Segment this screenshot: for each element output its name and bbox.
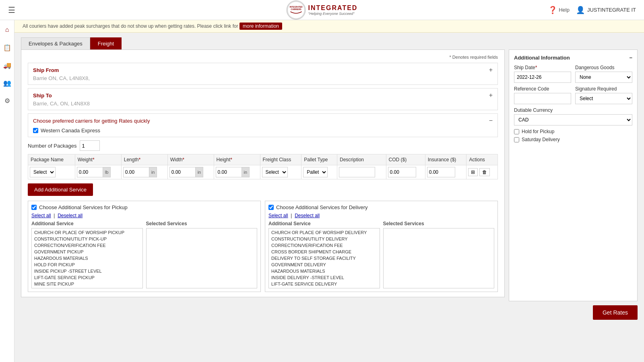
ship-date-input[interactable] [514,72,571,83]
width-input[interactable] [169,167,196,177]
dangerous-goods-group: Dangerous Goods None [575,65,632,83]
copy-row-button[interactable]: ⊞ [468,168,478,176]
pickup-services-title: Choose Additional Services for Pickup [39,204,128,210]
sidebar-truck-icon[interactable]: 🚚 [2,60,13,71]
sidebar-document-icon[interactable]: 📋 [2,42,13,53]
reference-code-input[interactable] [514,93,571,104]
list-item[interactable]: CROSS BORDER SHIPMENT CHARGE [270,249,379,255]
ship-from-expand-icon[interactable]: + [489,66,493,74]
carrier-label-1: Western Canada Express [41,128,100,134]
ship-from-section[interactable]: Ship From + Barrie ON, CA, L4N8X8, [28,63,498,85]
carriers-collapse-icon[interactable]: − [489,117,493,124]
col-actions: Actions [466,154,498,165]
pickup-selected-listbox[interactable] [146,228,258,288]
col-pallet-type: Pallet Type [301,154,337,165]
list-item[interactable]: HOLD FOR PICKUP [33,261,142,268]
cell-freight-class: Select [260,165,301,179]
ship-to-section[interactable]: Ship To + Barrie, CA, ON, L4N8X8 [28,88,498,110]
list-item[interactable]: CORRECTION/VERIFICATION FEE [33,242,142,249]
list-item[interactable]: LIFT-GATE SERVICE DELIVERY [270,281,379,287]
list-item[interactable]: CORRECTION/VERIFICATION FEE [270,242,379,249]
sidebar-contacts-icon[interactable]: 👥 [2,77,13,88]
hold-for-pickup-checkbox[interactable] [514,129,519,134]
list-item[interactable]: CONSTRUCTION/UTILITY PICK-UP [33,236,142,242]
ship-date-group: Ship Date* [514,65,571,83]
list-item[interactable]: HAZARDOUS MATERIALS [270,268,379,274]
delete-row-button[interactable]: 🗑 [479,168,490,176]
weight-input[interactable] [77,167,103,177]
add-additional-service-button[interactable]: Add Additional Service [28,183,93,196]
ship-to-header: Ship To + [33,92,493,99]
delivery-additional-list-container: Additional Service CHURCH OR PLACE OF WO… [268,221,380,288]
dutiable-currency-select[interactable]: CAD [514,114,632,125]
help-button[interactable]: ❓ Help [548,6,570,14]
list-item[interactable]: HAZARDOUS MATERIALS [33,255,142,261]
carriers-label: Choose preferred carriers for getting Ra… [33,118,150,124]
tab-bar: Envelopes & Packages Freight [21,37,638,49]
help-label: Help [559,7,570,13]
delivery-services-checkbox[interactable] [268,205,274,210]
list-item[interactable]: INSIDE DELIVERY -STREET LEVEL [270,274,379,281]
dangerous-goods-select[interactable]: None [575,72,632,83]
reference-code-group: Reference Code [514,86,571,104]
brand-name: INTEGRATED [308,4,358,12]
list-item[interactable]: INSIDE PICKUP -STREET LEVEL [33,268,142,274]
delivery-deselect-all-link[interactable]: Deselect all [295,213,320,218]
additional-info-collapse-icon[interactable]: − [629,55,632,61]
height-input[interactable] [216,167,242,177]
delivery-additional-label: Additional Service [268,221,380,226]
carrier-checkbox-1[interactable] [33,128,38,133]
nav-right: ❓ Help 👤 JUSTINTEGRATE IT [548,6,636,14]
list-item[interactable]: CHURCH OR PLACE OF WORSHIP PICKUP [33,229,142,236]
pickup-services-checkbox[interactable] [31,205,37,210]
pallet-type-select[interactable]: Pallet [303,167,328,177]
saturday-delivery-label: Saturday Delivery [522,137,560,142]
freight-class-select[interactable]: Select [262,167,288,177]
currency-row: Dutiable Currency CAD [514,107,632,125]
signature-required-select[interactable]: Select [575,93,632,104]
list-item[interactable]: CHURCH OR PLACE OF WORSHIP DELIVERY [270,229,379,236]
list-item[interactable]: CONSTRUCTION/UTILITY DELIVERY [270,236,379,242]
tab-freight[interactable]: Freight [90,37,122,49]
user-button[interactable]: 👤 JUSTINTEGRATE IT [576,6,636,14]
length-input[interactable] [123,167,149,177]
list-item[interactable]: MINE SITE DELIVERY [270,287,379,288]
list-item[interactable]: DELIVERY TO SELF STORAGE FACILITY [270,255,379,261]
get-rates-button[interactable]: Get Rates [593,305,638,320]
package-name-select[interactable]: Select [30,167,56,177]
col-insurance: Insurance ($) [425,154,466,165]
delivery-select-all-link[interactable]: Select all [268,213,288,218]
sidebar-home-icon[interactable]: ⌂ [2,24,13,35]
package-count-input[interactable] [80,140,100,151]
col-length: Length* [121,154,167,165]
cell-insurance [425,165,466,179]
list-item[interactable]: MINE SITE PICKUP [33,281,142,287]
pickup-deselect-all-link[interactable]: Deselect all [58,213,83,218]
hamburger-icon[interactable]: ☰ [8,5,15,15]
cell-height: in [214,165,260,179]
description-input[interactable] [339,167,375,177]
list-item[interactable]: NON-COMMERCIAL/ LIMITED ACCESS PICKUP/NO… [33,287,142,288]
list-item[interactable]: GOVERNMENT PICKUP [33,249,142,255]
delivery-services-header: Choose Additional Services for Delivery [268,204,494,210]
more-info-link[interactable]: more information [239,23,282,30]
ship-date-req: * [535,65,537,70]
col-package-name: Package Name [28,154,75,165]
list-item[interactable]: GOVERNMENT DELIVERY [270,261,379,268]
sidebar-settings-icon[interactable]: ⚙ [2,95,13,106]
reference-code-label: Reference Code [514,86,571,92]
cell-cod [386,165,425,179]
cell-length: in [121,165,167,179]
pickup-additional-listbox[interactable]: CHURCH OR PLACE OF WORSHIP PICKUPCONSTRU… [31,228,143,288]
insurance-input[interactable] [427,167,455,177]
ship-to-expand-icon[interactable]: + [489,92,493,99]
list-item[interactable]: LIFT-GATE SERVICE PICKUP [33,274,142,281]
tab-envelopes-packages[interactable]: Envelopes & Packages [21,37,90,49]
pickup-select-all-row: Select all | Deselect all [31,213,257,218]
delivery-selected-listbox[interactable] [383,228,495,288]
delivery-additional-listbox[interactable]: CHURCH OR PLACE OF WORSHIP DELIVERYCONST… [268,228,380,288]
cod-input[interactable] [388,167,416,177]
pickup-select-all-link[interactable]: Select all [31,213,51,218]
saturday-delivery-checkbox[interactable] [514,137,519,142]
additional-info-header: Additional Information − [514,55,632,61]
